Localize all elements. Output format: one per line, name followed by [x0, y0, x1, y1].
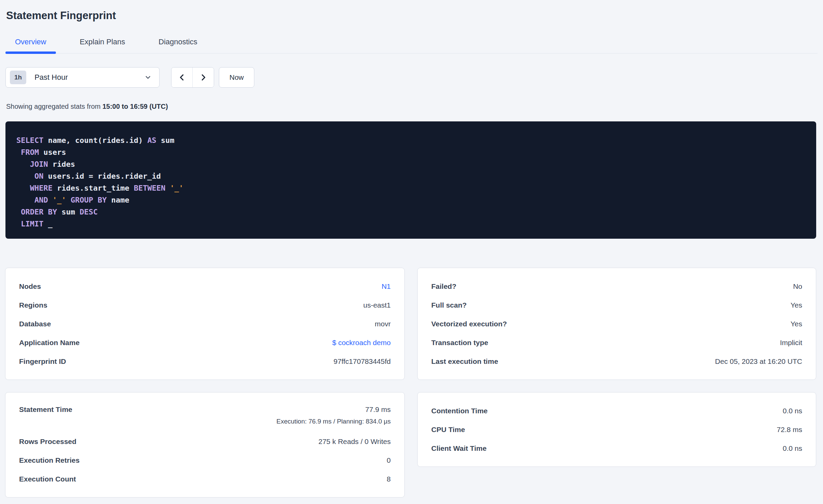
statement-fingerprint-page: Statement Fingerprint Overview Explain P… [0, 0, 823, 497]
chevron-right-icon [199, 74, 207, 81]
stats-card-right: Contention Time 0.0 ns CPU Time 72.8 ms … [418, 392, 816, 466]
sql-statement-box: SELECT name, count(rides.id) AS sum FROM… [5, 121, 816, 239]
row-client-wait-time: Client Wait Time 0.0 ns [431, 439, 802, 458]
tab-diagnostics[interactable]: Diagnostics [149, 38, 207, 53]
row-vectorized-execution: Vectorized execution? Yes [431, 314, 802, 333]
statement-time-label: Statement Time [19, 405, 72, 414]
chevron-down-icon [144, 74, 152, 81]
row-failed: Failed? No [431, 277, 802, 296]
tab-explain-plans[interactable]: Explain Plans [70, 38, 135, 53]
tab-diagnostics-label: Diagnostics [159, 38, 197, 46]
rows-processed-label: Rows Processed [19, 438, 76, 446]
row-regions: Regions us-east1 [19, 296, 391, 314]
transaction-type-value: Implicit [780, 339, 802, 347]
time-range-selected: Past Hour [34, 73, 144, 82]
contention-time-value: 0.0 ns [783, 407, 802, 415]
previous-time-interval-button[interactable] [171, 68, 193, 87]
failed-value: No [793, 282, 802, 291]
application-name-link[interactable]: $ cockroach demo [332, 339, 391, 347]
row-database: Database movr [19, 314, 391, 333]
rows-processed-value: 275 k Reads / 0 Writes [318, 438, 391, 446]
vectorized-execution-value: Yes [791, 320, 802, 328]
tab-overview[interactable]: Overview [5, 38, 56, 53]
time-step-button-group [171, 67, 214, 88]
sql-code: SELECT name, count(rides.id) AS sum FROM… [16, 134, 805, 230]
page-title: Statement Fingerprint [6, 9, 818, 23]
nodes-label: Nodes [19, 282, 41, 291]
row-contention-time: Contention Time 0.0 ns [431, 401, 802, 420]
tab-overview-label: Overview [15, 38, 46, 46]
time-range-badge: 1h [10, 71, 26, 84]
row-last-execution-time: Last execution time Dec 05, 2023 at 16:2… [431, 352, 802, 371]
statement-time-value: 77.9 ms [365, 405, 391, 413]
row-application-name: Application Name $ cockroach demo [19, 333, 391, 352]
row-rows-processed: Rows Processed 275 k Reads / 0 Writes [19, 432, 391, 451]
row-fingerprint-id: Fingerprint ID 97ffc170783445fd [19, 352, 391, 371]
vectorized-execution-label: Vectorized execution? [431, 320, 507, 328]
cpu-time-value: 72.8 ms [777, 426, 802, 434]
execution-retries-value: 0 [387, 456, 391, 464]
statement-time-value-stack: 77.9 ms Execution: 76.9 ms / Planning: 8… [276, 405, 391, 425]
transaction-type-label: Transaction type [431, 339, 488, 347]
row-full-scan: Full scan? Yes [431, 296, 802, 314]
regions-value: us-east1 [363, 301, 391, 309]
aggregation-note-range: 15:00 to 16:59 (UTC) [102, 103, 168, 110]
client-wait-time-label: Client Wait Time [431, 444, 487, 453]
time-filter-row: 1h Past Hour Now [5, 67, 818, 88]
summary-cards-grid: Nodes N1 Regions us-east1 Database movr … [5, 268, 818, 497]
fingerprint-id-value: 97ffc170783445fd [333, 357, 391, 366]
nodes-link[interactable]: N1 [381, 282, 391, 291]
execution-count-value: 8 [387, 475, 391, 483]
execution-retries-label: Execution Retries [19, 456, 79, 464]
cpu-time-label: CPU Time [431, 426, 465, 434]
contention-time-label: Contention Time [431, 407, 488, 415]
database-label: Database [19, 320, 51, 328]
last-execution-time-label: Last execution time [431, 357, 498, 366]
chevron-left-icon [178, 74, 186, 81]
application-name-label: Application Name [19, 339, 79, 347]
row-execution-count: Execution Count 8 [19, 470, 391, 488]
time-range-dropdown[interactable]: 1h Past Hour [5, 67, 160, 88]
last-execution-time-value: Dec 05, 2023 at 16:20 UTC [715, 357, 802, 366]
full-scan-value: Yes [791, 301, 802, 309]
regions-label: Regions [19, 301, 47, 309]
tab-explain-plans-label: Explain Plans [80, 38, 125, 46]
row-statement-time: Statement Time 77.9 ms Execution: 76.9 m… [19, 401, 391, 432]
tabs-bar: Overview Explain Plans Diagnostics [5, 38, 818, 54]
stats-card-left: Statement Time 77.9 ms Execution: 76.9 m… [5, 392, 404, 497]
fingerprint-id-label: Fingerprint ID [19, 357, 66, 366]
next-time-interval-button[interactable] [193, 68, 214, 87]
row-nodes: Nodes N1 [19, 277, 391, 296]
row-cpu-time: CPU Time 72.8 ms [431, 420, 802, 439]
row-execution-retries: Execution Retries 0 [19, 451, 391, 470]
client-wait-time-value: 0.0 ns [783, 444, 802, 453]
details-card-right: Failed? No Full scan? Yes Vectorized exe… [418, 268, 816, 380]
aggregation-note: Showing aggregated stats from 15:00 to 1… [6, 103, 818, 110]
statement-time-breakdown: Execution: 76.9 ms / Planning: 834.0 µs [276, 418, 391, 425]
aggregation-note-prefix: Showing aggregated stats from [6, 103, 102, 110]
row-transaction-type: Transaction type Implicit [431, 333, 802, 352]
database-value: movr [375, 320, 391, 328]
execution-count-label: Execution Count [19, 475, 76, 483]
full-scan-label: Full scan? [431, 301, 467, 309]
now-button[interactable]: Now [219, 67, 254, 88]
failed-label: Failed? [431, 282, 457, 291]
details-card-left: Nodes N1 Regions us-east1 Database movr … [5, 268, 404, 380]
